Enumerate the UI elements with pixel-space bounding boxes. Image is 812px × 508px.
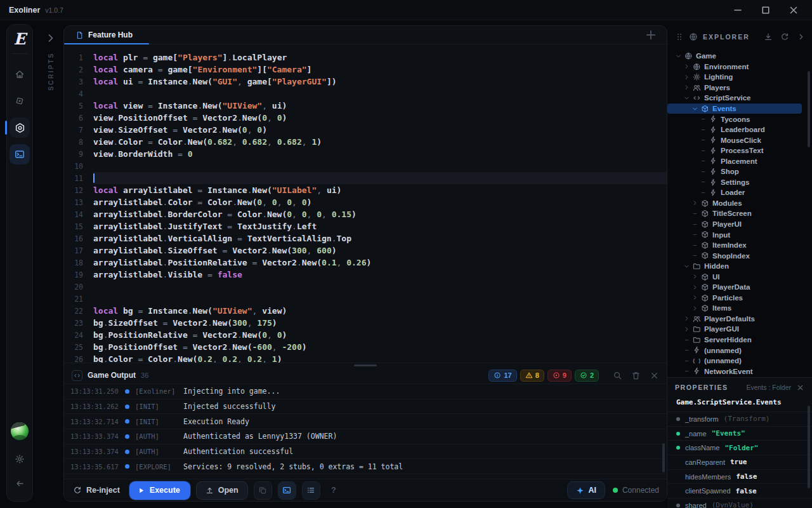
back-button[interactable] xyxy=(10,473,30,493)
tree-item-playerdefaults[interactable]: PlayerDefaults xyxy=(667,314,802,324)
chevron-down-icon[interactable] xyxy=(682,95,691,102)
code-text[interactable]: bg.PositionRelative = Vector2.New(0, 0) xyxy=(93,329,667,341)
leaf-dash-icon[interactable] xyxy=(690,210,700,217)
tree-item-shopindex[interactable]: ShopIndex xyxy=(667,250,802,261)
tree-item-particles[interactable]: Particles xyxy=(667,293,802,304)
output-scrollbar[interactable] xyxy=(662,387,665,476)
code-text[interactable]: arraylistlabel.SizeOffset = Vector2.New(… xyxy=(93,244,667,257)
tree-item-players[interactable]: Players xyxy=(667,83,802,93)
tree-item-environment[interactable]: Environment xyxy=(667,62,802,72)
console-button[interactable] xyxy=(10,144,30,164)
tree-item-hidden[interactable]: Hidden xyxy=(667,261,802,272)
tree-item-networkevent[interactable]: NetworkEvent xyxy=(667,366,802,377)
code-line[interactable]: 25bg.PositionOffset = Vector2.New(-600, … xyxy=(64,341,667,353)
home-button[interactable] xyxy=(10,64,30,84)
property-row-canReparent[interactable]: canReparenttrue xyxy=(667,455,812,469)
tree-item-playerdata[interactable]: PlayerData xyxy=(667,282,802,293)
new-tab-button[interactable] xyxy=(644,28,658,42)
code-line[interactable]: 20 xyxy=(64,281,667,293)
properties-scrollbar-thumb[interactable] xyxy=(808,406,810,488)
chevron-right-icon[interactable] xyxy=(682,326,691,333)
refresh-icon[interactable] xyxy=(780,32,789,41)
tree-item-settings[interactable]: Settings xyxy=(667,177,802,188)
tree-item-game[interactable]: Game xyxy=(667,51,802,62)
property-row-hidesMembers[interactable]: hidesMembersfalse xyxy=(667,469,812,484)
code-line[interactable]: 13arraylistlabel.Color = Color.New(0, 0,… xyxy=(64,196,667,208)
tree-item--unnamed-[interactable]: (unnamed) xyxy=(667,345,802,356)
code-editor[interactable]: 1local plr = game["Players"].LocalPlayer… xyxy=(64,44,667,363)
reinject-button[interactable]: Re-inject xyxy=(73,486,120,495)
property-value[interactable]: true xyxy=(730,458,747,466)
scrollbar-thumb[interactable] xyxy=(662,443,665,472)
code-line[interactable]: 19arraylistlabel.Visible = false xyxy=(64,269,667,281)
tree-item-itemindex[interactable]: ItemIndex xyxy=(667,240,802,251)
open-button[interactable]: Open xyxy=(196,481,248,500)
chevron-right-icon[interactable] xyxy=(690,294,700,301)
badge-ok[interactable]: 2 xyxy=(575,370,599,382)
tree-item-playergui[interactable]: PlayerGUI xyxy=(667,324,802,335)
tree-item--unnamed-[interactable]: { }(unnamed) xyxy=(667,356,802,366)
leaf-dash-icon[interactable] xyxy=(690,242,700,249)
avatar[interactable] xyxy=(11,422,29,440)
code-text[interactable]: local view = Instance.New("UIView", ui) xyxy=(93,100,667,112)
log-row[interactable]: 13:13:31.250[Exoliner]Injecting into gam… xyxy=(64,384,667,399)
code-text[interactable]: local bg = Instance.New("UIView", view) xyxy=(93,305,667,317)
tree-item-serverhidden[interactable]: ServerHidden xyxy=(667,335,802,345)
minimize-icon[interactable] xyxy=(732,4,743,16)
game-button[interactable] xyxy=(10,91,30,111)
code-text[interactable]: local arraylistlabel = Instance.New("UIL… xyxy=(93,184,667,196)
code-text[interactable] xyxy=(93,88,667,100)
log-row[interactable]: 13:13:31.262[INIT]Injected successfully xyxy=(64,399,667,415)
code-text[interactable]: bg.PositionOffset = Vector2.New(-600, -2… xyxy=(93,341,667,353)
leaf-dash-icon[interactable] xyxy=(698,168,708,175)
code-text[interactable]: bg.SizeOffset = Vector2.New(300, 175) xyxy=(93,317,667,329)
executor-button[interactable] xyxy=(10,117,30,138)
chevron-right-icon[interactable] xyxy=(690,284,700,291)
code-line[interactable]: 9view.BorderWidth = 0 xyxy=(64,148,667,160)
property-value[interactable]: false xyxy=(736,472,757,481)
code-line[interactable]: 12local arraylistlabel = Instance.New("U… xyxy=(64,184,667,196)
leaf-dash-icon[interactable] xyxy=(682,368,691,375)
tree-scrollbar-thumb[interactable] xyxy=(808,71,810,147)
code-text[interactable]: arraylistlabel.BorderColor = Color.New(0… xyxy=(93,208,667,220)
badge-warn[interactable]: 8 xyxy=(520,370,544,382)
leaf-dash-icon[interactable] xyxy=(698,157,708,164)
log-row[interactable]: 13:13:33.374[AUTH]Authentication success… xyxy=(64,444,667,460)
code-text[interactable]: arraylistlabel.Visible = false xyxy=(93,269,667,281)
code-text[interactable]: local ui = Instance.New("GUI", game["Pla… xyxy=(93,76,667,88)
tree-item-lighting[interactable]: Lighting xyxy=(667,72,802,83)
code-text[interactable]: arraylistlabel.Color = Color.New(0, 0, 0… xyxy=(93,196,667,208)
property-row-transform[interactable]: _transform(Transform) xyxy=(667,411,812,426)
expand-panel-button[interactable] xyxy=(44,32,57,44)
tree-item-scriptservice[interactable]: ScriptService xyxy=(667,93,802,104)
tree-item-placement[interactable]: Placement xyxy=(667,156,802,166)
code-text[interactable] xyxy=(93,172,667,184)
property-value[interactable]: (DynValue) xyxy=(712,501,754,508)
code-line[interactable]: 2local camera = game["Environment"]["Cam… xyxy=(64,64,667,76)
download-icon[interactable] xyxy=(764,32,773,41)
log-row[interactable]: 13:13:35.617[EXPLORE]Services: 9 resolve… xyxy=(64,459,667,474)
code-line[interactable]: 24bg.PositionRelative = Vector2.New(0, 0… xyxy=(64,329,667,341)
search-icon[interactable] xyxy=(613,371,622,380)
leaf-dash-icon[interactable] xyxy=(698,189,708,196)
badge-info[interactable]: 17 xyxy=(488,370,516,382)
code-line[interactable]: 3local ui = Instance.New("GUI", game["Pl… xyxy=(64,76,667,88)
code-line[interactable]: 15arraylistlabel.JustifyText = TextJusti… xyxy=(64,220,667,232)
badge-err[interactable]: 9 xyxy=(547,370,572,382)
code-line[interactable]: 23bg.SizeOffset = Vector2.New(300, 175) xyxy=(64,317,667,329)
close-output-icon[interactable] xyxy=(650,371,659,380)
leaf-dash-icon[interactable] xyxy=(690,221,700,228)
chevron-right-icon[interactable] xyxy=(690,273,700,280)
tree-item-ui[interactable]: UI xyxy=(667,271,802,282)
property-row-name[interactable]: _name"Events" xyxy=(667,426,812,441)
tree-item-modules[interactable]: Modules xyxy=(667,198,802,209)
code-text[interactable]: view.PositionOffset = Vector2.New(0, 0) xyxy=(93,112,667,124)
tree-item-shop[interactable]: Shop xyxy=(667,166,802,177)
code-line[interactable]: 8view.Color = Color.New(0.682, 0.682, 0.… xyxy=(64,136,667,148)
code-line[interactable]: 26bg.Color = Color.New(0.2, 0.2, 0.2, 1) xyxy=(64,353,667,363)
code-text[interactable]: view.SizeOffset = Vector2.New(0, 0) xyxy=(93,124,667,136)
splitter-grip[interactable] xyxy=(354,364,377,366)
code-text[interactable]: bg.Color = Color.New(0.2, 0.2, 0.2, 1) xyxy=(93,353,667,363)
leaf-dash-icon[interactable] xyxy=(682,358,691,364)
property-row-shared[interactable]: shared(DynValue) xyxy=(667,498,812,508)
